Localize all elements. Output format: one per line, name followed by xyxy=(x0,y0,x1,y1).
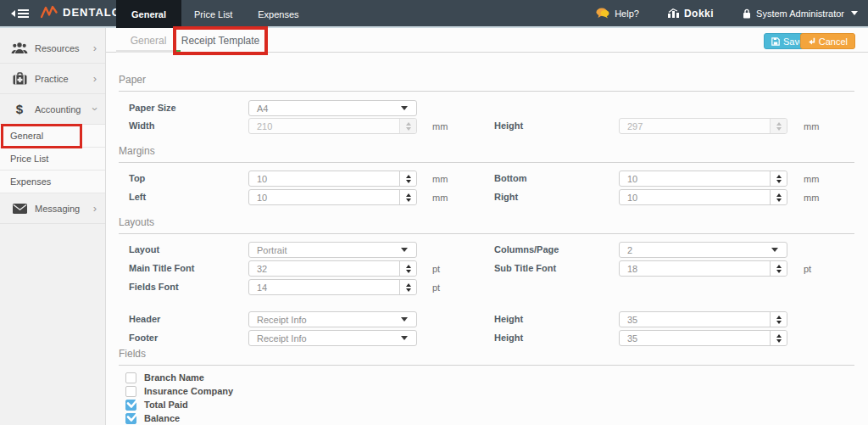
sidebar-item-price-list[interactable]: Price List xyxy=(0,148,105,171)
number-spinner[interactable] xyxy=(770,190,787,204)
margin-right-input[interactable]: 10 xyxy=(619,189,787,205)
topbar-right: Help? Dokki System Administrator xyxy=(596,0,858,26)
margin-top-value: 10 xyxy=(249,174,399,184)
margin-left-value: 10 xyxy=(249,193,399,203)
users-icon xyxy=(10,42,29,54)
header-height-input[interactable]: 35 xyxy=(619,311,787,327)
insurance-company-checkbox[interactable] xyxy=(125,386,136,397)
height-value: 297 xyxy=(620,121,770,131)
section-title-margins: Margins xyxy=(119,145,854,163)
chevron-down-icon xyxy=(771,248,778,252)
number-spinner[interactable] xyxy=(770,171,787,186)
topnav-tab-general[interactable]: General xyxy=(116,0,181,28)
form-row: Width 210 mm Height 297 mm xyxy=(106,118,868,134)
tab-general[interactable]: General xyxy=(116,28,181,53)
checkbox-label: Insurance Company xyxy=(144,386,233,396)
footer-height-input[interactable]: 35 xyxy=(619,330,787,346)
total-paid-checkbox[interactable] xyxy=(125,400,136,411)
user-menu[interactable]: System Administrator xyxy=(743,8,858,19)
checkbox-label: Total Paid xyxy=(144,400,188,410)
margin-left-input[interactable]: 10 xyxy=(248,189,417,205)
columns-per-page-label: Columns/Page xyxy=(494,244,559,254)
topnav-tab-expenses[interactable]: Expenses xyxy=(245,0,311,28)
footer-height-label: Height xyxy=(494,333,523,343)
main-title-font-input[interactable]: 32 xyxy=(248,260,417,277)
number-spinner xyxy=(399,119,416,133)
undo-arrow-icon xyxy=(808,37,815,46)
layout-label: Layout xyxy=(129,244,159,254)
fields-font-input[interactable]: 14 xyxy=(248,279,417,295)
sidebar-item-general[interactable]: General xyxy=(0,125,105,148)
number-spinner xyxy=(770,119,787,133)
chevron-down-icon: › xyxy=(89,107,100,110)
sidebar-item-messaging[interactable]: Messaging › xyxy=(0,193,105,224)
footer-select[interactable]: Receipt Info xyxy=(248,330,417,346)
logo-pulse-icon xyxy=(41,5,58,20)
sidebar-item-accounting[interactable]: $ Accounting › xyxy=(0,94,105,125)
field-option-row: Total Paid xyxy=(125,399,188,411)
sidebar-item-label: Messaging xyxy=(35,204,93,214)
layout-select[interactable]: Portrait xyxy=(248,242,417,258)
chevron-right-icon: › xyxy=(93,203,97,214)
account-menu[interactable]: Dokki xyxy=(668,8,714,20)
chevron-down-icon xyxy=(401,336,408,340)
field-option-row: Balance xyxy=(125,412,180,424)
paper-size-value: A4 xyxy=(249,103,401,114)
active-tab-indicator xyxy=(116,50,181,53)
section-title-fields: Fields xyxy=(119,348,854,366)
header-value: Receipt Info xyxy=(249,315,401,325)
checkmark-icon xyxy=(126,411,140,422)
width-value: 210 xyxy=(249,121,399,131)
topnav-tab-price-list[interactable]: Price List xyxy=(181,0,245,28)
unit-label: mm xyxy=(432,193,448,203)
paper-height-input: 297 xyxy=(619,118,787,134)
sidebar-item-label: General xyxy=(10,131,43,141)
cancel-button[interactable]: Cancel xyxy=(800,33,855,49)
footer-height-value: 35 xyxy=(620,333,770,344)
chevron-down-icon xyxy=(401,248,408,252)
floppy-disk-icon xyxy=(771,37,780,46)
sidebar-item-expenses[interactable]: Expenses xyxy=(0,171,105,193)
balance-checkbox[interactable] xyxy=(125,413,136,424)
chevron-right-icon: › xyxy=(93,73,97,84)
paper-size-select[interactable]: A4 xyxy=(248,100,417,116)
unit-label: pt xyxy=(432,264,440,274)
margin-top-label: Top xyxy=(129,173,145,183)
unit-label: mm xyxy=(432,121,448,131)
number-spinner[interactable] xyxy=(770,312,787,327)
dollar-icon: $ xyxy=(10,103,29,115)
margin-right-value: 10 xyxy=(620,193,770,203)
number-spinner[interactable] xyxy=(399,261,416,276)
branch-name-checkbox[interactable] xyxy=(125,372,136,383)
sidebar-item-label: Price List xyxy=(10,154,48,164)
sidebar-collapse-icon[interactable] xyxy=(11,8,29,20)
form-row: Layout Portrait Columns/Page 2 xyxy=(106,242,868,258)
footer-label: Footer xyxy=(129,333,158,343)
margin-bottom-input[interactable]: 10 xyxy=(619,171,787,187)
sidebar-item-practice[interactable]: Practice › xyxy=(0,64,105,94)
help-menu[interactable]: Help? xyxy=(596,8,639,19)
margin-top-input[interactable]: 10 xyxy=(248,171,417,187)
number-spinner[interactable] xyxy=(399,171,416,186)
form-row: Paper Size A4 xyxy=(106,100,868,116)
cancel-label: Cancel xyxy=(819,36,848,47)
tab-receipt-template[interactable]: Receipt Template xyxy=(173,28,268,53)
number-spinner[interactable] xyxy=(399,190,416,204)
number-spinner[interactable] xyxy=(770,261,787,276)
columns-per-page-select[interactable]: 2 xyxy=(619,242,787,258)
header-select[interactable]: Receipt Info xyxy=(248,311,417,327)
sidebar-item-label: Accounting xyxy=(35,104,93,115)
number-spinner[interactable] xyxy=(770,331,787,345)
main-title-font-label: Main Title Font xyxy=(129,263,194,273)
sub-title-font-input[interactable]: 18 xyxy=(619,260,787,277)
form-row: Footer Receipt Info Height 35 xyxy=(106,330,868,346)
footer-value: Receipt Info xyxy=(249,333,401,344)
section-title-paper: Paper xyxy=(119,74,854,92)
form-row: Fields Font 14 pt xyxy=(106,279,868,295)
header-height-label: Height xyxy=(494,314,523,324)
account-name: Dokki xyxy=(684,8,714,20)
form-row: Top 10 mm Bottom 10 mm xyxy=(106,171,868,187)
menu-bars-icon xyxy=(18,8,29,20)
number-spinner[interactable] xyxy=(399,280,416,294)
sidebar-item-resources[interactable]: Resources › xyxy=(0,33,105,64)
